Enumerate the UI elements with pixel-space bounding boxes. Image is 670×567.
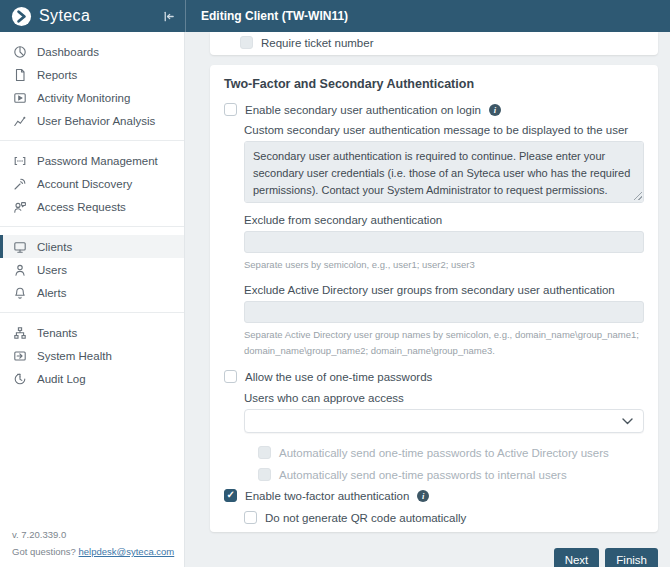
sidebar-divider (0, 312, 184, 313)
next-button[interactable]: Next (554, 548, 600, 567)
sidebar-divider (0, 140, 184, 141)
clients-icon (13, 240, 27, 254)
enable-secondary-auth-checkbox[interactable] (224, 103, 237, 116)
sidebar-item-account-discovery[interactable]: Account Discovery (0, 172, 184, 195)
main-content: Require ticket number Two-Factor and Sec… (185, 32, 670, 567)
account-discovery-icon (13, 177, 27, 191)
helpdesk-email-link[interactable]: helpdesk@syteca.com (79, 546, 175, 557)
exclude-ad-groups-input (244, 301, 644, 323)
approvers-label: Users who can approve access (244, 392, 644, 404)
page-title: Editing Client (TW-WIN11) (201, 9, 348, 23)
ticket-card: Require ticket number (210, 32, 658, 55)
sidebar-item-password-management[interactable]: Password Management (0, 149, 184, 172)
enable-2fa-label: Enable two-factor authentication (245, 490, 409, 502)
brand-name: Syteca (39, 7, 90, 25)
sidebar-item-users[interactable]: Users (0, 258, 184, 281)
access-requests-icon (13, 200, 27, 214)
allow-otp-checkbox[interactable] (224, 370, 237, 383)
sidebar-item-user-behavior[interactable]: User Behavior Analysis (0, 109, 184, 132)
sidebar-item-dashboards[interactable]: Dashboards (0, 40, 184, 63)
collapse-sidebar-icon[interactable] (162, 10, 175, 23)
custom-message-label: Custom secondary user authentication mes… (244, 124, 644, 136)
finish-button[interactable]: Finish (605, 548, 658, 567)
auto-send-internal-checkbox (258, 468, 271, 481)
users-icon (13, 263, 27, 277)
info-icon[interactable]: i (417, 490, 429, 502)
exclude-ad-groups-label: Exclude Active Directory user groups fro… (244, 284, 644, 296)
sidebar-divider (0, 226, 184, 227)
dashboards-icon (13, 45, 27, 59)
sidebar-item-system-health[interactable]: System Health (0, 344, 184, 367)
enable-secondary-auth-label: Enable secondary user authentication on … (245, 104, 481, 116)
syteca-logo-icon (11, 6, 32, 27)
chevron-down-icon (622, 418, 633, 425)
password-management-icon (13, 154, 27, 168)
user-behavior-icon (13, 114, 27, 128)
auto-send-ad-label: Automatically send one-time passwords to… (279, 447, 609, 459)
sidebar: Dashboards Reports Activity Monitoring U… (0, 32, 185, 567)
auto-send-ad-checkbox (258, 446, 271, 459)
custom-message-textarea: Secondary user authentication is require… (244, 141, 644, 203)
exclude-ad-groups-hint: Separate Active Directory user group nam… (244, 327, 644, 359)
exclude-secondary-input (244, 231, 644, 253)
section-title: Two-Factor and Secondary Authentication (224, 77, 644, 91)
twofactor-card: Two-Factor and Secondary Authentication … (210, 65, 658, 532)
got-questions-label: Got questions? (12, 546, 76, 557)
audit-log-icon (13, 372, 27, 386)
require-ticket-checkbox (240, 36, 253, 49)
activity-monitoring-icon (13, 91, 27, 105)
sidebar-item-alerts[interactable]: Alerts (0, 281, 184, 304)
sidebar-item-tenants[interactable]: Tenants (0, 321, 184, 344)
alerts-icon (13, 286, 27, 300)
sidebar-item-activity-monitoring[interactable]: Activity Monitoring (0, 86, 184, 109)
sidebar-header: Syteca (0, 0, 185, 32)
sidebar-item-reports[interactable]: Reports (0, 63, 184, 86)
reports-icon (13, 68, 27, 82)
exclude-secondary-hint: Separate users by semicolon, e.g., user1… (244, 257, 644, 273)
auto-send-internal-label: Automatically send one-time passwords to… (279, 469, 567, 481)
enable-2fa-checkbox[interactable] (224, 489, 237, 502)
page-header: Editing Client (TW-WIN11) (185, 0, 670, 32)
app-version: v. 7.20.339.0 (12, 526, 176, 543)
system-health-icon (13, 349, 27, 363)
info-icon[interactable]: i (489, 104, 501, 116)
approvers-select[interactable] (244, 409, 644, 433)
no-qr-label: Do not generate QR code automatically (265, 512, 466, 524)
allow-otp-label: Allow the use of one-time passwords (245, 371, 432, 383)
exclude-secondary-label: Exclude from secondary authentication (244, 214, 644, 226)
sidebar-item-clients[interactable]: Clients (0, 235, 184, 258)
sidebar-item-access-requests[interactable]: Access Requests (0, 195, 184, 218)
sidebar-item-audit-log[interactable]: Audit Log (0, 367, 184, 390)
no-qr-checkbox[interactable] (244, 511, 257, 524)
require-ticket-label: Require ticket number (261, 37, 374, 49)
tenants-icon (13, 326, 27, 340)
